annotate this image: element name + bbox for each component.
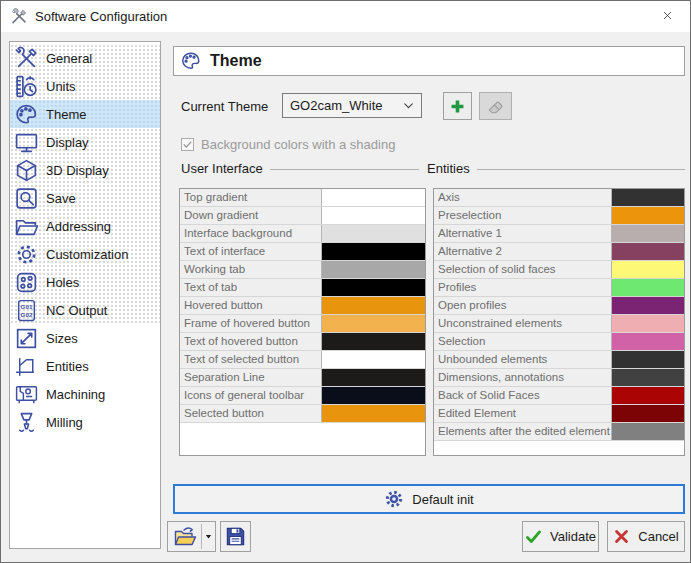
validate-button[interactable]: Validate [522,521,599,552]
sidebar-item-milling[interactable]: Milling [10,408,160,436]
folder-open-icon [173,525,197,549]
cancel-button[interactable]: Cancel [607,521,685,552]
delete-theme-button[interactable] [479,92,512,120]
color-swatch[interactable] [612,189,684,206]
default-init-button[interactable]: Default init [173,484,685,514]
shading-checkbox[interactable] [181,138,194,151]
sidebar-item-save[interactable]: Save [10,184,160,212]
default-init-label: Default init [412,492,473,507]
color-swatch[interactable] [612,279,684,296]
color-row: Text of interface [180,243,425,261]
color-row: Separation Line [180,369,425,387]
color-row: Selection of solid faces [434,261,684,279]
color-swatch[interactable] [322,297,425,314]
color-swatch[interactable] [612,207,684,224]
gear-icon [384,489,404,509]
window-title: Software Configuration [35,9,167,24]
validate-label: Validate [550,529,596,544]
current-theme-select[interactable]: GO2cam_White [282,93,422,118]
units-icon [14,74,39,99]
color-row-label: Text of tab [180,279,322,296]
group-rule [477,169,685,170]
shading-checkbox-label: Background colors with a shading [201,137,395,152]
entities-color-table: Axis Preselection Alternative 1 Alternat… [433,188,685,456]
close-button[interactable] [645,1,690,32]
color-swatch[interactable] [612,405,684,422]
color-row: Interface background [180,225,425,243]
color-row-label: Back of Solid Faces [434,387,612,404]
page-title: Theme [210,52,262,70]
color-row: Hovered button [180,297,425,315]
color-swatch[interactable] [612,243,684,260]
sidebar-item-addressing[interactable]: Addressing [10,212,160,240]
color-swatch[interactable] [612,333,684,350]
svg-text:G02: G02 [21,311,33,318]
sidebar-item-nc-output[interactable]: G01G02 NC Output [10,296,160,324]
color-row-label: Text of selected button [180,351,322,368]
color-swatch[interactable] [322,261,425,278]
sidebar-item-holes[interactable]: Holes [10,268,160,296]
open-theme-button[interactable] [168,522,201,551]
current-theme-label: Current Theme [181,99,268,114]
color-swatch[interactable] [322,405,425,422]
color-row: Text of hovered button [180,333,425,351]
color-swatch[interactable] [612,297,684,314]
color-swatch[interactable] [322,225,425,242]
color-swatch[interactable] [322,279,425,296]
color-swatch[interactable] [322,333,425,350]
sidebar-item-general[interactable]: General [10,44,160,72]
color-swatch[interactable] [612,369,684,386]
svg-text:G01: G01 [21,303,33,310]
sidebar-item-customization[interactable]: Customization [10,240,160,268]
open-theme-dropdown[interactable] [202,522,215,551]
color-swatch[interactable] [612,225,684,242]
sidebar-item-sizes[interactable]: Sizes [10,324,160,352]
sidebar-item-label: Theme [46,107,86,122]
color-swatch[interactable] [612,387,684,404]
color-swatch[interactable] [322,315,425,332]
sidebar-item-3d-display[interactable]: 3D Display [10,156,160,184]
color-row-label: Alternative 2 [434,243,612,260]
add-theme-button[interactable] [443,92,472,120]
color-row: Open profiles [434,297,684,315]
color-row-label: Selected button [180,405,322,422]
save-icon [14,186,39,211]
color-swatch[interactable] [322,387,425,404]
color-row: Text of selected button [180,351,425,369]
color-swatch[interactable] [322,189,425,206]
color-swatch[interactable] [612,261,684,278]
color-swatch[interactable] [322,243,425,260]
color-row-label: Separation Line [180,369,322,386]
color-swatch[interactable] [612,423,684,440]
sidebar-item-units[interactable]: Units [10,72,160,100]
sidebar-item-label: Machining [46,387,105,402]
color-row-label: Working tab [180,261,322,278]
sizes-icon [14,326,39,351]
save-theme-button[interactable] [220,521,251,552]
sidebar-item-theme[interactable]: Theme [10,100,160,128]
display-icon [14,130,39,155]
color-row: Alternative 1 [434,225,684,243]
color-swatch[interactable] [612,351,684,368]
title-bar: Software Configuration [1,1,690,32]
three-d-display-icon [14,158,39,183]
color-row-label: Top gradient [180,189,322,206]
color-row-label: Icons of general toolbar [180,387,322,404]
color-row: Preselection [434,207,684,225]
color-row-label: Edited Element [434,405,612,422]
group-rule [270,169,419,170]
color-row-label: Axis [434,189,612,206]
color-swatch[interactable] [322,351,425,368]
color-swatch[interactable] [322,207,425,224]
tools-icon [10,8,28,26]
sidebar-item-label: Customization [46,247,128,262]
shading-checkbox-row: Background colors with a shading [181,137,395,152]
open-theme-split-button [167,521,216,552]
sidebar-item-entities[interactable]: Entities [10,352,160,380]
sidebar-item-display[interactable]: Display [10,128,160,156]
sidebar-item-label: Addressing [46,219,111,234]
color-swatch[interactable] [322,369,425,386]
color-swatch[interactable] [612,315,684,332]
sidebar-item-machining[interactable]: Machining [10,380,160,408]
dropdown-arrow-icon [204,532,213,541]
